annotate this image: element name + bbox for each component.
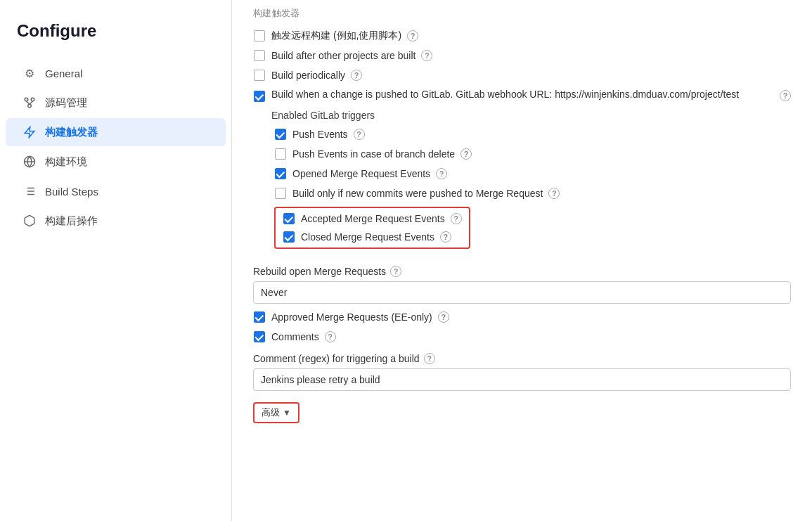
trigger-push-events-label: Push Events [292,129,348,140]
trigger-periodically: Build periodically ? [253,69,791,82]
trigger-gitlab-label: Build when a change is pushed to GitLab.… [271,89,774,100]
help-icon-accepted-mr[interactable]: ? [451,213,462,224]
checkbox-periodically[interactable] [253,69,266,82]
help-icon-after-other[interactable]: ? [421,50,432,61]
svg-marker-5 [25,127,34,138]
help-icon-approved-mr[interactable]: ? [438,311,449,323]
help-icon-rebuild[interactable]: ? [390,266,401,277]
build-steps-icon [22,184,37,198]
section-header: 构建触发器 [253,7,791,20]
env-icon [22,155,37,169]
checkbox-opened-mr[interactable] [274,167,287,180]
trigger-push-branch-delete-label: Push Events in case of branch delete [292,148,455,160]
sidebar-item-label: 构建环境 [45,155,87,169]
checkbox-remote-box[interactable] [254,30,265,41]
trigger-approved-mr-label: Approved Merge Requests (EE-only) [271,311,432,323]
help-icon-periodically[interactable]: ? [351,70,362,81]
comment-regex-label-text: Comment (regex) for triggering a build [253,353,420,364]
checkbox-after-other-box[interactable] [254,50,265,61]
checkbox-new-commits-mr-box[interactable] [275,188,286,199]
trigger-periodically-label: Build periodically [271,70,345,81]
sidebar-item-label: Build Steps [45,186,98,198]
sidebar-item-label: General [45,67,82,79]
trigger-remote: 触发远程构建 (例如,使用脚本) ? [253,30,791,42]
chevron-down-icon: ▼ [283,408,291,418]
trigger-new-commits-mr-label: Build only if new commits were pushed to… [292,188,543,199]
checkbox-approved-mr[interactable] [253,311,266,323]
trigger-push-branch-delete: Push Events in case of branch delete ? [253,148,791,160]
trigger-new-commits-mr: Build only if new commits were pushed to… [253,187,791,200]
sidebar-item-label: 构建触发器 [45,126,98,139]
checkbox-push-branch-delete[interactable] [274,148,287,160]
trigger-after-other: Build after other projects are built ? [253,49,791,62]
help-icon-new-commits-mr[interactable]: ? [548,188,560,199]
sidebar-item-build-steps[interactable]: Build Steps [6,177,226,205]
checkbox-gitlab[interactable] [253,90,266,103]
help-icon-remote[interactable]: ? [407,30,418,41]
app-title: Configure [0,14,231,58]
help-icon-comments[interactable]: ? [325,331,336,342]
general-icon: ⚙ [22,66,37,80]
sidebar-item-label: 源码管理 [45,96,87,110]
trigger-opened-mr-label: Opened Merge Request Events [292,168,430,179]
help-icon-gitlab[interactable]: ? [780,90,791,101]
checkbox-comments-box[interactable] [254,331,265,342]
sidebar-item-triggers[interactable]: 构建触发器 [6,118,226,146]
checkbox-remote[interactable] [253,30,266,42]
main-content: 构建触发器 触发远程构建 (例如,使用脚本) ? Build after oth… [232,0,812,521]
trigger-approved-mr: Approved Merge Requests (EE-only) ? [253,311,791,323]
comment-regex-input[interactable] [253,368,791,391]
svg-point-1 [31,98,34,101]
advanced-button-label: 高级 [262,406,280,419]
svg-point-2 [28,104,32,108]
checkbox-new-commits-mr[interactable] [274,187,287,200]
checkbox-push-events-box[interactable] [275,129,286,140]
checkbox-closed-mr[interactable] [283,231,295,243]
post-build-icon [22,214,37,228]
help-icon-closed-mr[interactable]: ? [440,231,451,243]
sidebar-item-post-build[interactable]: 构建后操作 [6,207,226,235]
help-icon-push-branch-delete[interactable]: ? [460,148,472,160]
trigger-remote-label: 触发远程构建 (例如,使用脚本) [271,30,401,42]
checkbox-push-branch-delete-box[interactable] [275,148,286,160]
checkbox-periodically-box[interactable] [254,70,265,81]
trigger-opened-mr: Opened Merge Request Events ? [253,167,791,180]
trigger-closed-mr-label: Closed Merge Request Events [301,231,434,243]
svg-point-0 [25,98,28,101]
trigger-accepted-mr-label: Accepted Merge Request Events [301,213,445,224]
trigger-closed-mr: Closed Merge Request Events ? [283,231,462,243]
checkbox-after-other[interactable] [253,49,266,62]
trigger-accepted-mr: Accepted Merge Request Events ? [283,212,462,225]
trigger-comments: Comments ? [253,330,791,343]
svg-line-4 [30,101,33,105]
comment-regex-label: Comment (regex) for triggering a build ? [253,353,791,364]
rebuild-label-text: Rebuild open Merge Requests [253,266,386,277]
sidebar-item-general[interactable]: ⚙ General [6,59,226,87]
triggers-icon [22,125,37,139]
trigger-push-events: Push Events ? [253,128,791,141]
checkbox-push-events[interactable] [274,128,287,141]
trigger-comments-label: Comments [271,331,319,342]
sidebar-item-env[interactable]: 构建环境 [6,148,226,176]
checkbox-opened-mr-box[interactable] [275,168,286,179]
rebuild-label: Rebuild open Merge Requests ? [253,266,791,277]
checkbox-accepted-mr[interactable] [283,212,295,225]
checkbox-closed-mr-box[interactable] [283,231,295,243]
svg-line-3 [27,101,30,105]
advanced-button[interactable]: 高级 ▼ [253,402,299,423]
sidebar-item-source[interactable]: 源码管理 [6,89,226,117]
sidebar: Configure ⚙ General 源码管理 构建触发器 构建环境 Buil… [0,0,232,521]
source-icon [22,96,37,110]
help-icon-comment-regex[interactable]: ? [424,353,435,364]
sidebar-item-label: 构建后操作 [45,214,98,228]
highlighted-triggers-box: Accepted Merge Request Events ? Closed M… [274,207,470,249]
trigger-gitlab: Build when a change is pushed to GitLab.… [253,89,791,103]
checkbox-accepted-mr-box[interactable] [283,213,295,224]
help-icon-opened-mr[interactable]: ? [436,168,447,179]
help-icon-push-events[interactable]: ? [354,129,365,140]
rebuild-select[interactable]: Never [253,281,791,304]
checkbox-gitlab-box[interactable] [254,91,265,102]
checkbox-comments[interactable] [253,330,266,343]
checkbox-approved-mr-box[interactable] [254,311,265,323]
trigger-after-other-label: Build after other projects are built [271,50,415,61]
